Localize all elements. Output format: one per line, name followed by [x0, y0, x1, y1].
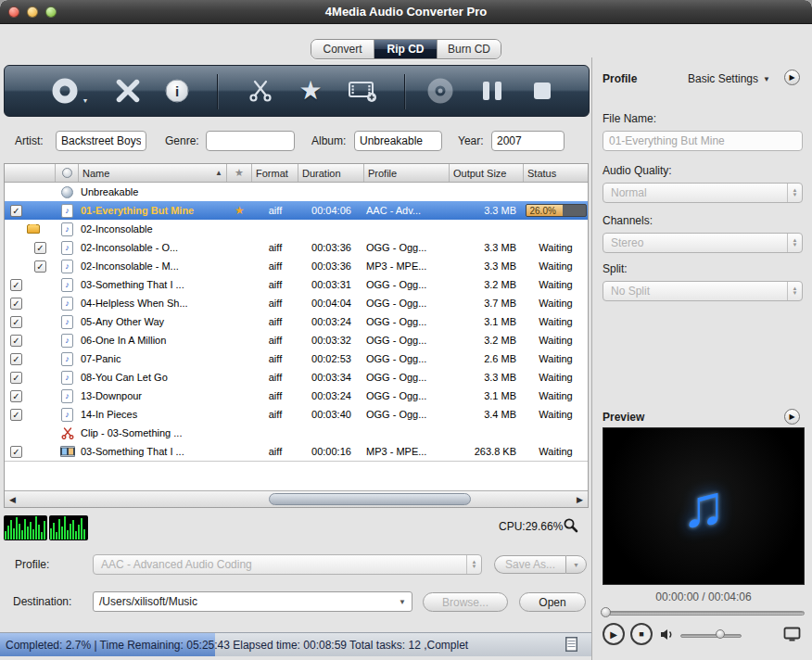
table-row[interactable]: ✓♪05-Any Other Wayaiff00:03:24OGG - Ogg.…	[5, 312, 588, 331]
table-row[interactable]: ✓♪04-Helpless When Sh...aiff00:04:04OGG …	[5, 294, 588, 312]
pause-button[interactable]	[483, 82, 501, 100]
destination-combo[interactable]: /Users/xilisoft/Music ▼	[93, 591, 412, 612]
audio-quality-select[interactable]: Normal ▲▼	[603, 183, 803, 203]
properties-button[interactable]: i	[166, 80, 189, 103]
split-label: Split:	[603, 262, 628, 275]
header-duration[interactable]: Duration	[298, 164, 364, 182]
header-format[interactable]: Format	[252, 164, 298, 182]
tab-burn-cd[interactable]: Burn CD	[438, 40, 501, 58]
table-row[interactable]: ✓♪01-Everything But Mine★aiff00:04:06AAC…	[5, 201, 588, 220]
table-row[interactable]: ♪02-Inconsolable	[5, 220, 588, 238]
table-row[interactable]: ✓♪07-Panicaiff00:02:53OGG - Ogg...2.6 MB…	[5, 349, 588, 368]
volume-slider[interactable]	[680, 634, 742, 638]
table-row[interactable]: ✓♪02-Inconsolable - O...aiff00:03:36OGG …	[5, 238, 588, 257]
dropdown-arrow-icon: ▼	[399, 598, 406, 606]
music-file-icon: ♪	[61, 334, 73, 348]
table-row[interactable]: ✓03-Something That I ...aiff00:00:16MP3 …	[5, 442, 588, 461]
header-status[interactable]: Status	[524, 164, 588, 182]
volume-icon[interactable]	[660, 628, 674, 641]
header-type-column[interactable]	[56, 164, 79, 182]
chevron-right-icon: ▶	[789, 73, 794, 82]
minimize-button[interactable]	[27, 6, 38, 18]
system-monitor-icon[interactable]	[563, 517, 579, 534]
row-checkbox[interactable]: ✓	[10, 279, 22, 291]
music-file-icon: ♪	[61, 408, 73, 422]
table-row[interactable]: Clip - 03-Something ...	[5, 424, 588, 442]
row-checkbox[interactable]: ✓	[10, 446, 22, 458]
seek-slider[interactable]	[603, 611, 805, 616]
track-name: 04-Helpless When Sh...	[79, 298, 227, 309]
genre-input[interactable]	[206, 131, 295, 151]
dropdown-arrow-icon: ▼	[573, 562, 579, 568]
row-checkbox[interactable]: ✓	[34, 260, 46, 273]
table-row[interactable]: ✓♪02-Inconsolable - M...aiff00:03:36MP3 …	[5, 257, 588, 275]
disc-icon	[61, 186, 73, 198]
clip-button[interactable]	[248, 80, 273, 102]
scroll-right-arrow[interactable]: ▶	[577, 495, 583, 504]
row-checkbox[interactable]: ✓	[10, 205, 22, 217]
row-checkbox[interactable]: ✓	[10, 390, 22, 402]
chevron-down-icon: ▼	[82, 97, 89, 104]
artist-input[interactable]	[56, 131, 146, 151]
play-button[interactable]: ▶	[603, 623, 625, 645]
table-row[interactable]: ✓♪03-Something That I ...aiff00:03:31OGG…	[5, 275, 588, 294]
delete-button[interactable]	[116, 80, 141, 103]
seek-slider-knob[interactable]	[601, 607, 611, 617]
album-input[interactable]	[354, 131, 442, 151]
track-name: 03-Something That I ...	[79, 279, 227, 290]
profile-combo[interactable]: AAC - Advanced Audio Coding ▲▼	[93, 554, 482, 575]
file-name-input[interactable]	[603, 131, 803, 151]
row-checkbox[interactable]: ✓	[10, 335, 22, 347]
save-as-button[interactable]: Save As...	[494, 555, 565, 574]
zoom-button[interactable]	[45, 6, 57, 18]
row-checkbox[interactable]: ✓	[10, 298, 22, 310]
preview-stop-button[interactable]: ■	[630, 623, 653, 645]
scroll-left-arrow[interactable]: ◀	[9, 495, 16, 504]
table-row[interactable]: ✓♪06-One In A Millionaiff00:03:32OGG - O…	[5, 331, 588, 349]
year-input[interactable]	[491, 131, 565, 151]
video-button[interactable]	[348, 79, 377, 103]
horizontal-scrollbar[interactable]: ◀ ▶	[5, 490, 588, 507]
delete-x-icon	[116, 80, 141, 103]
music-file-icon: ♪	[61, 278, 73, 292]
row-checkbox[interactable]: ✓	[10, 409, 22, 421]
title-bar: 4Media Audio Converter Pro	[0, 0, 812, 24]
volume-slider-knob[interactable]	[716, 629, 725, 639]
header-name[interactable]: Name▲	[79, 164, 227, 182]
open-log-button[interactable]	[565, 637, 577, 652]
scrollbar-thumb[interactable]	[269, 493, 471, 505]
clip-file-icon	[60, 446, 75, 457]
tab-convert[interactable]: Convert	[311, 40, 374, 58]
table-row[interactable]: ✓♪08-You Can Let Goaiff00:03:34OGG - Ogg…	[5, 368, 588, 387]
row-checkbox[interactable]: ✓	[10, 316, 22, 328]
advanced-profile-button[interactable]: ▶	[784, 70, 800, 85]
table-row[interactable]: ✓♪14-In Piecesaiff00:03:40OGG - Ogg...3.…	[5, 405, 588, 424]
header-output-size[interactable]: Output Size	[450, 164, 524, 182]
split-select[interactable]: No Split ▲▼	[603, 281, 803, 301]
preview-detach-button[interactable]: ▶	[784, 409, 800, 425]
tab-rip-cd[interactable]: Rip CD	[374, 40, 438, 58]
burn-button[interactable]	[428, 79, 453, 104]
close-button[interactable]	[8, 6, 19, 18]
row-checkbox[interactable]: ✓	[10, 353, 22, 365]
header-profile[interactable]: Profile	[364, 164, 450, 182]
effects-button[interactable]: ★	[298, 78, 322, 104]
table-row[interactable]: ✓♪13-Downpouraiff00:03:24OGG - Ogg...3.1…	[5, 387, 588, 405]
channels-select[interactable]: Stereo ▲▼	[603, 233, 803, 253]
header-star[interactable]: ★	[227, 164, 252, 182]
profile-basic-settings-dropdown[interactable]: Basic Settings ▼	[688, 72, 770, 85]
year-label: Year:	[458, 134, 484, 147]
stop-button[interactable]	[534, 82, 551, 99]
row-checkbox[interactable]: ✓	[10, 372, 22, 384]
star-icon: ★	[235, 204, 245, 217]
open-button[interactable]: Open	[519, 592, 586, 612]
channels-label: Channels:	[603, 214, 653, 227]
table-row[interactable]: Unbreakable	[5, 183, 588, 201]
header-check-column[interactable]	[5, 164, 56, 182]
load-cd-button[interactable]: ▼	[53, 79, 78, 104]
fullscreen-button[interactable]	[783, 627, 801, 642]
main-toolbar: ▼ i ★	[4, 65, 590, 117]
row-checkbox[interactable]: ✓	[34, 242, 46, 254]
save-as-dropdown[interactable]: ▼	[565, 555, 587, 574]
browse-button[interactable]: Browse...	[423, 592, 508, 612]
